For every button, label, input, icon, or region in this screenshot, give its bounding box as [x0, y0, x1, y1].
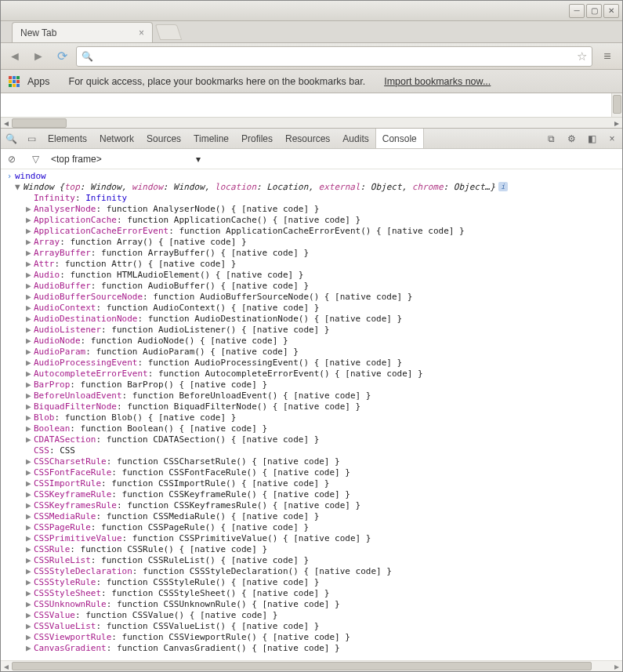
property-row[interactable]: ▶ AudioNode: function AudioNode() { [nat…	[4, 336, 622, 347]
expand-toggle-icon[interactable]: ▶	[26, 358, 34, 369]
devtools-tab-elements[interactable]: Elements	[42, 129, 93, 148]
expand-toggle-icon[interactable]: ▶	[26, 259, 34, 270]
bookmark-star-icon[interactable]: ☆	[577, 49, 587, 64]
property-row[interactable]: ▶ AudioParam: function AudioParam() { [n…	[4, 347, 622, 358]
property-row[interactable]: ▶ CSSValueList: function CSSValueList() …	[4, 621, 622, 632]
expand-toggle-icon[interactable]: ▶	[26, 412, 34, 423]
property-row[interactable]: ▶ AnalyserNode: function AnalyserNode() …	[4, 204, 622, 215]
property-row[interactable]: ▶ ApplicationCacheErrorEvent: function A…	[4, 226, 622, 237]
devtools-tab-profiles[interactable]: Profiles	[235, 129, 279, 148]
expand-toggle-icon[interactable]: ▶	[26, 643, 34, 654]
expand-toggle-icon[interactable]: ▶	[26, 369, 34, 380]
property-row[interactable]: ▶ AudioListener: function AudioListener(…	[4, 325, 622, 336]
console-output[interactable]: › window ▼ Window {top: Window, window: …	[1, 169, 622, 660]
chrome-menu-button[interactable]: ≡	[597, 46, 618, 67]
expand-toggle-icon[interactable]: ▶	[26, 456, 34, 467]
apps-label[interactable]: Apps	[27, 76, 50, 87]
expand-toggle-icon[interactable]: ▶	[26, 270, 34, 281]
property-row[interactable]: ▶ CSSStyleDeclaration: function CSSStyle…	[4, 566, 622, 577]
expand-toggle-icon[interactable]: ▶	[26, 577, 34, 588]
property-row[interactable]: ▶ CSSPageRule: function CSSPageRule() { …	[4, 522, 622, 533]
devtools-close-icon[interactable]: ×	[602, 133, 622, 144]
property-row[interactable]: ▶ CSSUnknownRule: function CSSUnknownRul…	[4, 599, 622, 610]
expand-toggle-icon[interactable]: ▶	[26, 390, 34, 401]
property-row[interactable]: ▶ AudioBuffer: function AudioBuffer() { …	[4, 281, 622, 292]
new-tab-button[interactable]	[155, 24, 182, 40]
expand-toggle-icon[interactable]: ▶	[26, 489, 34, 500]
forward-button[interactable]: ►	[29, 47, 48, 66]
property-row[interactable]: ▶ AutocompleteErrorEvent: function Autoc…	[4, 369, 622, 380]
property-row[interactable]: CSS: CSS	[4, 445, 622, 456]
expand-toggle-icon[interactable]: ▶	[26, 478, 34, 489]
inspect-icon[interactable]: 🔍	[1, 133, 21, 144]
url-input[interactable]	[98, 50, 572, 62]
expand-toggle-icon[interactable]: ▶	[26, 588, 34, 599]
expand-toggle-icon[interactable]: ▶	[26, 336, 34, 347]
devtools-tab-sources[interactable]: Sources	[140, 129, 187, 148]
property-name[interactable]: Infinity	[34, 193, 75, 204]
devtools-tab-console[interactable]: Console	[375, 129, 424, 148]
devtools-tab-network[interactable]: Network	[93, 129, 140, 148]
close-window-button[interactable]: ✕	[603, 4, 619, 18]
drawer-toggle-icon[interactable]: ⧉	[541, 133, 561, 144]
property-row[interactable]: ▶ CSSCharsetRule: function CSSCharsetRul…	[4, 456, 622, 467]
property-row[interactable]: ▶ AudioContext: function AudioContext() …	[4, 303, 622, 314]
expand-toggle-icon[interactable]: ▶	[26, 380, 34, 390]
expand-toggle-icon[interactable]: ▼	[15, 182, 23, 193]
property-row[interactable]: ▶ Attr: function Attr() { [native code] …	[4, 259, 622, 270]
settings-gear-icon[interactable]: ⚙	[561, 133, 581, 144]
property-row[interactable]: ▶ CSSValue: function CSSValue() { [nativ…	[4, 610, 622, 621]
property-row[interactable]: ▶ CSSImportRule: function CSSImportRule(…	[4, 478, 622, 489]
property-row[interactable]: ▶ BeforeUnloadEvent: function BeforeUnlo…	[4, 390, 622, 401]
apps-icon[interactable]	[9, 76, 20, 87]
expand-toggle-icon[interactable]: ▶	[26, 599, 34, 610]
expand-toggle-icon[interactable]: ▶	[26, 533, 34, 544]
address-bar[interactable]: 🔍 ☆	[76, 46, 592, 67]
expand-toggle-icon[interactable]: ▶	[26, 500, 34, 511]
property-row[interactable]: ▶ CDATASection: function CDATASection() …	[4, 434, 622, 445]
expand-toggle-icon[interactable]: ▶	[26, 522, 34, 533]
property-row[interactable]: ▶ CSSKeyframeRule: function CSSKeyframeR…	[4, 489, 622, 500]
expand-toggle-icon[interactable]: ▶	[26, 401, 34, 412]
property-row[interactable]: ▶ CSSStyleSheet: function CSSStyleSheet(…	[4, 588, 622, 599]
expand-toggle-icon[interactable]: ▶	[26, 347, 34, 358]
vertical-scrollbar[interactable]	[611, 93, 622, 117]
expand-toggle-icon[interactable]: ▶	[26, 314, 34, 325]
property-row[interactable]: ▶ CSSStyleRule: function CSSStyleRule() …	[4, 577, 622, 588]
expand-toggle-icon[interactable]: ▶	[26, 292, 34, 303]
expand-toggle-icon[interactable]: ▶	[26, 566, 34, 577]
expand-toggle-icon[interactable]: ▶	[26, 226, 34, 237]
clear-console-icon[interactable]: ⊘	[4, 154, 20, 165]
property-row[interactable]: ▶ CSSKeyframesRule: function CSSKeyframe…	[4, 500, 622, 511]
maximize-button[interactable]: ▢	[586, 4, 602, 18]
expand-toggle-icon[interactable]: ▶	[26, 434, 34, 445]
property-row[interactable]: ▶ AudioBufferSourceNode: function AudioB…	[4, 292, 622, 303]
property-row[interactable]: ▶ BarProp: function BarProp() { [native …	[4, 380, 622, 390]
expand-toggle-icon[interactable]: ▶	[26, 610, 34, 621]
property-row[interactable]: ▶ CSSRuleList: function CSSRuleList() { …	[4, 555, 622, 566]
expand-toggle-icon[interactable]: ▶	[26, 303, 34, 314]
property-row[interactable]: ▶ CSSViewportRule: function CSSViewportR…	[4, 632, 622, 643]
back-button[interactable]: ◄	[5, 47, 24, 66]
horizontal-scrollbar[interactable]: ◂▸	[1, 117, 622, 128]
property-row[interactable]: ▶ CanvasGradient: function CanvasGradien…	[4, 643, 622, 654]
expand-toggle-icon[interactable]: ▶	[26, 325, 34, 336]
property-row[interactable]: ▶ AudioProcessingEvent: function AudioPr…	[4, 358, 622, 369]
expand-toggle-icon[interactable]: ▶	[26, 215, 34, 226]
info-badge-icon[interactable]: i	[498, 182, 508, 191]
property-row[interactable]: ▶ Array: function Array() { [native code…	[4, 237, 622, 248]
expand-toggle-icon[interactable]: ▶	[26, 204, 34, 215]
expand-toggle-icon[interactable]: ▶	[26, 544, 34, 555]
property-row[interactable]: ▶ Boolean: function Boolean() { [native …	[4, 423, 622, 434]
expand-toggle-icon[interactable]: ▶	[26, 281, 34, 292]
devtools-horizontal-scrollbar[interactable]: ◂▸	[1, 660, 622, 671]
filter-icon[interactable]: ▽	[27, 154, 43, 165]
devtools-tab-resources[interactable]: Resources	[279, 129, 336, 148]
property-row[interactable]: ▶ CSSPrimitiveValue: function CSSPrimiti…	[4, 533, 622, 544]
property-row[interactable]: ▶ CSSFontFaceRule: function CSSFontFaceR…	[4, 467, 622, 478]
devtools-tab-timeline[interactable]: Timeline	[187, 129, 235, 148]
expand-toggle-icon[interactable]: ▶	[26, 555, 34, 566]
result-object-header[interactable]: Window {top: Window, window: Window, loc…	[23, 182, 495, 193]
import-bookmarks-link[interactable]: Import bookmarks now...	[384, 76, 491, 87]
expand-toggle-icon[interactable]: ▶	[26, 632, 34, 643]
